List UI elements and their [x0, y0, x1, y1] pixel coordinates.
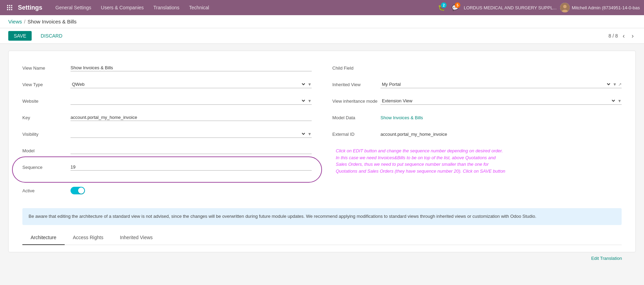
view-type-row: View Type QWeb ▼: [22, 79, 312, 90]
main-content: View Name View Type QWeb ▼ Website: [0, 44, 644, 271]
svg-point-10: [563, 5, 567, 8]
user-name: Mitchell Admin (8734951-14-0-bas: [572, 5, 640, 10]
visibility-select[interactable]: [71, 130, 306, 138]
topnav-right-area: 🐛 2 💬 5 LORDUS MEDICAL AND SURGERY SUPPL…: [436, 2, 640, 13]
visibility-row: Visibility ▼: [22, 128, 312, 140]
menu-general-settings[interactable]: General Settings: [51, 0, 96, 15]
view-inheritance-mode-select-wrapper: Extension View ▼: [380, 97, 622, 105]
model-row: Model: [22, 145, 312, 156]
key-input[interactable]: [71, 114, 312, 121]
key-value: [71, 114, 312, 121]
key-label: Key: [22, 115, 71, 120]
view-type-select-wrapper: QWeb ▼: [71, 81, 312, 88]
app-brand: Settings: [18, 4, 42, 11]
view-inheritance-mode-label: View inheritance mode: [332, 99, 380, 104]
right-form-section: Child Field Inherited View My Portal ▼ ↗: [332, 62, 622, 201]
active-row: Active: [22, 185, 312, 196]
form-grid: View Name View Type QWeb ▼ Website: [22, 62, 622, 201]
save-button[interactable]: SAVE: [8, 31, 32, 41]
inherited-view-external-link-icon[interactable]: ↗: [618, 82, 622, 87]
active-toggle[interactable]: [71, 187, 85, 194]
visibility-select-wrapper: ▼: [71, 130, 312, 138]
spacer: [22, 245, 622, 252]
menu-users-companies[interactable]: Users & Companies: [96, 0, 149, 15]
bug-badge: 2: [441, 2, 447, 8]
svg-rect-3: [7, 7, 8, 8]
view-name-value: [71, 64, 312, 71]
active-label: Active: [22, 188, 71, 193]
view-type-chevron-icon: ▼: [308, 82, 312, 87]
warning-box: Be aware that editing the architecture o…: [22, 208, 622, 225]
avatar: [560, 3, 570, 12]
external-id-label: External ID: [332, 132, 380, 137]
view-type-select[interactable]: QWeb: [71, 81, 306, 88]
inherited-view-label: Inherited View: [332, 82, 380, 87]
tab-access-rights[interactable]: Access Rights: [65, 231, 112, 245]
breadcrumb-separator: /: [24, 19, 25, 24]
svg-rect-7: [9, 9, 10, 10]
model-value: [71, 147, 312, 154]
svg-rect-5: [11, 7, 12, 8]
chat-badge: 5: [455, 2, 460, 8]
tab-architecture[interactable]: Architecture: [22, 231, 65, 245]
chat-icon-button[interactable]: 💬 5: [450, 2, 460, 13]
model-input[interactable]: [71, 147, 312, 154]
sequence-input[interactable]: [71, 164, 312, 171]
svg-rect-4: [9, 7, 10, 8]
model-data-row: Model Data Show Invoices & Bills: [332, 112, 622, 123]
pagination-label: 8 / 8: [609, 33, 618, 39]
svg-rect-1: [9, 5, 10, 6]
view-name-input[interactable]: [71, 64, 312, 71]
next-record-button[interactable]: ›: [630, 32, 636, 40]
edit-translation-link[interactable]: Edit Translation: [591, 256, 622, 261]
action-bar: SAVE DISCARD 8 / 8 ‹ ›: [0, 28, 644, 44]
tab-inherited-views[interactable]: Inherited Views: [111, 231, 161, 245]
child-field-label: Child Field: [332, 65, 380, 71]
company-name[interactable]: LORDUS MEDICAL AND SURGERY SUPPL...: [464, 5, 557, 10]
sequence-section: Sequence: [22, 161, 312, 178]
view-inheritance-mode-row: View inheritance mode Extension View ▼: [332, 95, 622, 107]
model-data-value: Show Invoices & Bills: [380, 115, 622, 120]
view-name-row: View Name: [22, 62, 312, 74]
external-id-row: External ID account.portal_my_home_invoi…: [332, 128, 622, 140]
prev-record-button[interactable]: ‹: [621, 32, 627, 40]
inherited-view-select[interactable]: My Portal: [380, 81, 611, 88]
website-chevron-icon: ▼: [308, 99, 312, 103]
model-label: Model: [22, 148, 71, 153]
top-menu: General Settings Users & Companies Trans…: [51, 0, 436, 15]
warning-text: Be aware that editing the architecture o…: [29, 214, 536, 219]
annotation-text: Click on EDIT button and change the sequ…: [332, 147, 511, 174]
breadcrumb-current: Show Invoices & Bills: [28, 19, 77, 24]
view-inheritance-mode-chevron-icon: ▼: [618, 99, 622, 103]
inherited-view-select-wrapper: My Portal ▼ ↗: [380, 81, 622, 88]
view-inheritance-mode-select[interactable]: Extension View: [380, 97, 616, 104]
svg-rect-8: [11, 9, 12, 10]
inherited-view-row: Inherited View My Portal ▼ ↗: [332, 79, 622, 90]
view-name-label: View Name: [22, 65, 71, 71]
website-select[interactable]: [71, 97, 306, 104]
breadcrumb-views-link[interactable]: Views: [8, 19, 22, 24]
model-data-label: Model Data: [332, 115, 380, 120]
discard-button[interactable]: DISCARD: [35, 31, 68, 41]
key-row: Key: [22, 112, 312, 123]
sequence-label: Sequence: [22, 165, 71, 170]
inherited-view-chevron-icon: ▼: [613, 82, 617, 87]
action-bar-right: 8 / 8 ‹ ›: [609, 32, 636, 40]
bug-icon-button[interactable]: 🐛 2: [436, 2, 447, 13]
form-card: View Name View Type QWeb ▼ Website: [8, 51, 636, 252]
sequence-value: [71, 164, 312, 171]
grid-menu-icon[interactable]: [4, 2, 15, 13]
menu-technical[interactable]: Technical: [184, 0, 214, 15]
toggle-knob: [78, 187, 84, 194]
svg-rect-0: [7, 5, 8, 6]
sequence-row: Sequence: [22, 161, 312, 173]
user-menu[interactable]: Mitchell Admin (8734951-14-0-bas: [560, 3, 640, 12]
top-navigation: Settings General Settings Users & Compan…: [0, 0, 644, 15]
website-row: Website ▼: [22, 95, 312, 107]
model-data-link[interactable]: Show Invoices & Bills: [380, 115, 423, 120]
view-type-label: View Type: [22, 82, 71, 87]
menu-translations[interactable]: Translations: [149, 0, 184, 15]
breadcrumb: Views / Show Invoices & Bills: [0, 15, 644, 28]
child-field-row: Child Field: [332, 62, 622, 74]
action-bar-left: SAVE DISCARD: [8, 31, 68, 41]
